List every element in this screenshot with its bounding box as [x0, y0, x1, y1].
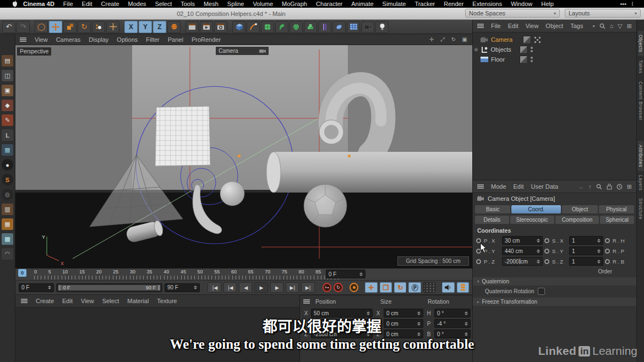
side-tab-attributes[interactable]: Attributes [638, 141, 643, 171]
layouts-dropdown[interactable]: Layouts▾ [565, 9, 641, 18]
filter-icon[interactable]: ▽ [618, 23, 622, 30]
quaternion-rotation-checkbox[interactable] [538, 288, 545, 295]
left-tool-icon-9[interactable]: S [2, 174, 13, 185]
focus-point-left[interactable] [238, 155, 241, 157]
vp-menu-filter[interactable]: Filter [146, 36, 159, 43]
pz-field-editing[interactable]: -2000 cm [502, 257, 543, 266]
am-menu-userdata[interactable]: User Data [531, 183, 559, 190]
record-scale-toggle[interactable]: ❐ [380, 282, 392, 293]
mat-menu-select[interactable]: Select [102, 298, 119, 304]
viewport[interactable]: Y X Perspective Camera Grid Spacing : 50… [15, 45, 472, 268]
menu-volume[interactable]: Volume [253, 1, 273, 7]
tab-spherical[interactable]: Spherical [600, 216, 634, 224]
vp-menu-display[interactable]: Display [89, 36, 108, 43]
timeline-ruler[interactable]: 0 0510 152025 303540 455055 606570 75808… [15, 268, 472, 281]
field-button[interactable] [347, 21, 360, 33]
menu-overflow-icon[interactable]: ••• [620, 1, 626, 7]
om-menu-file[interactable]: File [491, 23, 501, 29]
tab-coord[interactable]: Coord. [511, 205, 561, 213]
axis-y-lock-button[interactable]: Y [139, 21, 152, 33]
mat-menu-texture[interactable]: Texture [157, 298, 177, 304]
left-tool-icon-2[interactable]: ◫ [2, 70, 13, 81]
lock-icon[interactable] [607, 183, 612, 190]
left-tool-icon-11[interactable]: ▥ [2, 204, 13, 215]
current-frame-field[interactable]: 0 F [19, 283, 54, 292]
search-icon[interactable] [596, 184, 602, 190]
up-arrow-icon[interactable]: ↑ [588, 183, 592, 190]
layer-toggle[interactable] [520, 56, 528, 64]
keyframe-circle[interactable] [605, 259, 610, 264]
left-tool-icon-10[interactable]: ◍ [2, 189, 13, 200]
apple-menu-icon[interactable] [12, 1, 18, 7]
quaternion-section-header[interactable]: ▾ Quaternion [473, 277, 636, 286]
preview-range-slider[interactable]: 0 F 90 F [56, 283, 162, 292]
tab-object[interactable]: Object [562, 205, 597, 213]
menu-extensions[interactable]: Extensions [472, 1, 502, 7]
left-tool-icon-4[interactable]: ◆ [2, 100, 13, 111]
range-end-handle[interactable] [158, 285, 160, 290]
goto-start-button[interactable]: ∣◀ [208, 282, 221, 293]
mat-menu-material[interactable]: Material [127, 298, 149, 304]
visibility-dots[interactable] [531, 57, 533, 62]
prev-frame-button[interactable]: ◀ [239, 282, 252, 293]
object-name[interactable]: Floor [491, 56, 505, 63]
vp-menu-view[interactable]: View [35, 36, 48, 43]
keyframe-circle[interactable] [476, 259, 481, 264]
menu-character[interactable]: Character [316, 1, 342, 7]
object-name[interactable]: Objects [491, 46, 511, 53]
layer-toggle[interactable] [520, 46, 528, 54]
menu-simulate[interactable]: Simulate [383, 1, 406, 7]
left-tool-icon-8[interactable]: ● [2, 159, 13, 171]
spline-pen-button[interactable] [247, 21, 260, 33]
vp-scale-icon[interactable]: ⤢ [439, 36, 446, 43]
dodecahedron-object[interactable] [304, 184, 347, 227]
sound-keyframe-toggle[interactable] [457, 282, 469, 293]
tweak-tool[interactable] [92, 21, 105, 33]
am-menu-mode[interactable]: Mode [491, 183, 506, 190]
keyframe-circle[interactable] [544, 249, 549, 254]
axis-z-lock-button[interactable]: Z [153, 21, 166, 33]
left-tool-icon-7[interactable]: ▦ [2, 144, 13, 156]
mat-menu-view[interactable]: View [81, 298, 94, 304]
keyframe-circle[interactable] [476, 238, 481, 243]
om-menu-tags[interactable]: Tags [570, 23, 583, 29]
add-box-icon[interactable]: ⊞ [627, 23, 632, 30]
menu-mograph[interactable]: MoGraph [282, 1, 307, 7]
vp-menu-prorender[interactable]: ProRender [192, 36, 221, 43]
object-name[interactable]: Camera [491, 36, 512, 43]
move-tool[interactable] [49, 21, 62, 33]
vp-move-icon[interactable]: ✛ [428, 36, 435, 43]
grid-plane-object[interactable] [155, 106, 210, 166]
vp-rotate-icon[interactable]: ↻ [450, 36, 457, 43]
menu-tracker[interactable]: Tracker [414, 1, 435, 7]
tab-stereoscopic[interactable]: Stereoscopic [510, 216, 554, 224]
left-tool-icon-5[interactable]: ✎ [2, 114, 13, 126]
om-menu-edit[interactable]: Edit [508, 23, 519, 29]
side-tab-structure[interactable]: Structure [638, 194, 643, 223]
scale-tool[interactable] [63, 21, 77, 33]
search-icon[interactable] [599, 23, 605, 29]
camera-object-button[interactable] [361, 21, 374, 33]
menu-window[interactable]: Window [511, 1, 532, 7]
side-tab-content-browser[interactable]: Content Browser [638, 78, 643, 124]
active-camera-toggle-icon[interactable] [534, 36, 541, 43]
end-frame-field[interactable]: 90 F [165, 283, 200, 292]
left-tool-icon-12[interactable]: ▦ [2, 218, 13, 230]
menu-file[interactable]: File [63, 1, 73, 7]
vp-maximize-icon[interactable]: ▣ [461, 36, 468, 43]
visibility-dots[interactable] [531, 47, 533, 52]
redo-button[interactable]: ↷ [17, 21, 30, 33]
coord-hamburger-icon[interactable] [303, 299, 310, 304]
live-selection-tool[interactable]: ◯ [35, 21, 48, 33]
px-field[interactable]: 30 cm [502, 236, 543, 245]
menu-select[interactable]: Select [155, 1, 172, 7]
tab-composition[interactable]: Composition [555, 216, 599, 224]
record-rotation-toggle[interactable]: ↻ [394, 282, 406, 293]
menu-spline[interactable]: Spline [227, 1, 244, 7]
py-field[interactable]: 440 cm [502, 246, 543, 255]
viewport-hamburger-icon[interactable] [20, 37, 26, 42]
menu-modes[interactable]: Modes [128, 1, 146, 7]
mat-menu-create[interactable]: Create [36, 298, 54, 304]
view-type-label[interactable]: Perspective [17, 47, 51, 56]
menu-animate[interactable]: Animate [351, 1, 373, 7]
